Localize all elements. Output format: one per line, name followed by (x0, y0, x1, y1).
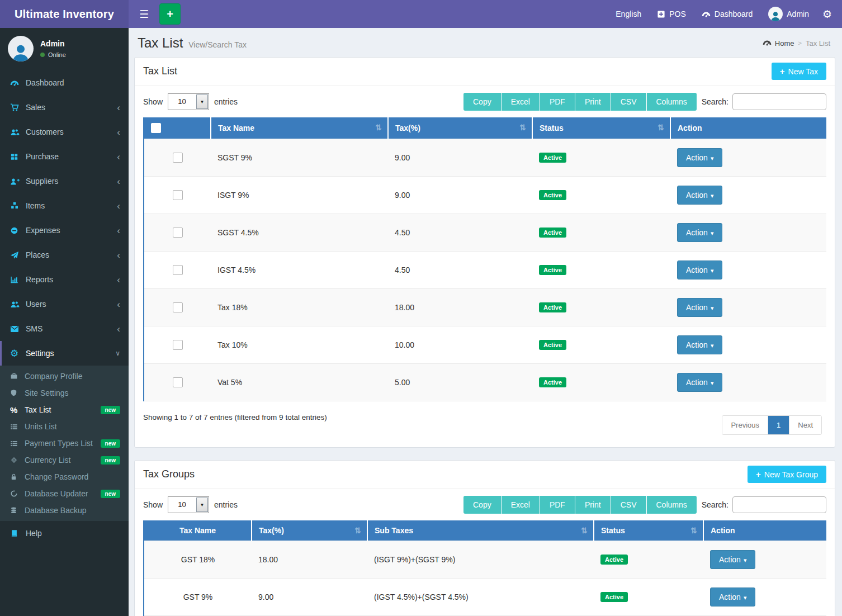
status-badge: Active (539, 377, 566, 387)
csv-button[interactable]: CSV (611, 496, 647, 514)
submenu-database-updater[interactable]: Database Updater new (0, 485, 129, 502)
action-dropdown-button[interactable]: Action▾ (677, 223, 722, 242)
row-checkbox[interactable] (173, 228, 183, 238)
row-checkbox[interactable] (173, 190, 183, 200)
action-dropdown-button[interactable]: Action▾ (677, 186, 722, 205)
submenu-tax-list[interactable]: % Tax List new (0, 401, 129, 418)
column-header-tax-name[interactable]: Tax Name⇅ (211, 117, 388, 139)
search-label: Search: (702, 97, 729, 106)
column-header-sub-taxes[interactable]: Sub Taxes⇅ (367, 520, 594, 541)
sidebar-item-help[interactable]: Help (0, 521, 129, 546)
new-badge: new (101, 456, 120, 465)
column-header-status[interactable]: Status⇅ (594, 520, 703, 541)
sidebar-item-purchase[interactable]: Purchase ‹ (0, 144, 129, 169)
row-checkbox[interactable] (173, 377, 183, 387)
previous-page-button[interactable]: Previous (722, 416, 768, 434)
sidebar-item-places[interactable]: Places ‹ (0, 243, 129, 267)
sidebar-menu-bottom: Help (0, 521, 129, 546)
column-header-tax-percent[interactable]: Tax(%)⇅ (388, 117, 532, 139)
next-page-button[interactable]: Next (789, 416, 821, 434)
dashboard-link[interactable]: Dashboard (694, 0, 761, 28)
column-header-status[interactable]: Status⇅ (532, 117, 670, 139)
sub-taxes: (IGST 4.5%)+(SGST 4.5%) (367, 579, 594, 616)
sidebar-item-reports[interactable]: Reports ‹ (0, 267, 129, 292)
submenu-site-settings[interactable]: Site Settings (0, 385, 129, 401)
page-length-select[interactable]: 10 ▼ (168, 496, 209, 513)
sidebar-item-expenses[interactable]: Expenses ‹ (0, 218, 129, 243)
column-header-tax-name[interactable]: Tax Name (144, 520, 252, 541)
tax-name: SGST 4.5% (211, 214, 388, 252)
excel-button[interactable]: Excel (502, 93, 540, 111)
column-header-action: Action (670, 117, 826, 139)
select-all-checkbox[interactable] (151, 123, 161, 133)
page-length-select[interactable]: 10 ▼ (168, 93, 209, 110)
status-badge: Active (600, 592, 628, 602)
row-checkbox[interactable] (173, 153, 183, 163)
action-dropdown-button[interactable]: Action▾ (677, 148, 722, 167)
new-tax-group-button[interactable]: + New Tax Group (748, 466, 826, 483)
sidebar-item-sms[interactable]: SMS ‹ (0, 316, 129, 341)
language-menu[interactable]: English (608, 0, 649, 28)
csv-button[interactable]: CSV (611, 93, 647, 111)
quick-add-button[interactable]: + (159, 3, 181, 25)
sidebar-item-sales[interactable]: Sales ‹ (0, 95, 129, 120)
columns-button[interactable]: Columns (647, 93, 697, 111)
row-checkbox[interactable] (173, 340, 183, 350)
page-1-button[interactable]: 1 (768, 416, 789, 434)
action-dropdown-button[interactable]: Action▾ (710, 550, 755, 569)
status-badge: Active (600, 555, 628, 565)
column-header-tax-percent[interactable]: Tax(%)⇅ (252, 520, 367, 541)
breadcrumb-home-link[interactable]: Home (763, 39, 794, 48)
search-input[interactable] (732, 93, 826, 110)
submenu-currency-list[interactable]: Currency List new (0, 452, 129, 468)
submenu-units-list[interactable]: Units List (0, 418, 129, 435)
sidebar-toggle-icon[interactable]: ☰ (129, 8, 159, 21)
sidebar-item-settings[interactable]: ⚙ Settings ∨ (0, 341, 129, 366)
row-checkbox[interactable] (173, 302, 183, 312)
action-dropdown-button[interactable]: Action▾ (677, 298, 722, 317)
search-input[interactable] (732, 496, 826, 513)
sidebar-item-customers[interactable]: Customers ‹ (0, 120, 129, 144)
show-label: Show (143, 500, 163, 509)
print-button[interactable]: Print (575, 93, 611, 111)
main-header: Ultimate Inventory ☰ + English POS Dashb… (0, 0, 842, 28)
submenu-payment-types-list[interactable]: Payment Types List new (0, 435, 129, 452)
tax-percent: 10.00 (388, 326, 532, 364)
sidebar-item-suppliers[interactable]: Suppliers ‹ (0, 169, 129, 193)
tax-percent: 18.00 (388, 289, 532, 326)
chevron-left-icon: ‹ (117, 300, 120, 309)
pdf-button[interactable]: PDF (540, 93, 575, 111)
submenu-database-backup[interactable]: Database Backup (0, 502, 129, 519)
sidebar-item-users[interactable]: Users ‹ (0, 292, 129, 316)
action-dropdown-button[interactable]: Action▾ (710, 587, 755, 606)
tax-name: ISGT 9% (211, 177, 388, 214)
tax-name: Tax 18% (211, 289, 388, 326)
pdf-button[interactable]: PDF (540, 496, 575, 514)
user-menu[interactable]: Admin (760, 0, 817, 28)
caret-down-icon: ▾ (711, 380, 714, 386)
copy-button[interactable]: Copy (463, 496, 502, 514)
columns-button[interactable]: Columns (647, 496, 697, 514)
table-row: Tax 10% 10.00 Active Action▾ (144, 326, 826, 364)
pos-link[interactable]: POS (649, 0, 694, 28)
action-dropdown-button[interactable]: Action▾ (677, 260, 722, 279)
settings-gears-icon[interactable]: ⚙ (817, 8, 842, 21)
excel-button[interactable]: Excel (502, 496, 540, 514)
print-button[interactable]: Print (575, 496, 611, 514)
tax-group-percent: 9.00 (252, 579, 367, 616)
circle-notch-icon (10, 490, 25, 497)
copy-button[interactable]: Copy (463, 93, 502, 111)
status-badge: Active (539, 190, 566, 200)
sidebar-item-dashboard[interactable]: Dashboard (0, 70, 129, 95)
submenu-change-password[interactable]: Change Password (0, 468, 129, 485)
sidebar-item-items[interactable]: Items ‹ (0, 193, 129, 218)
action-dropdown-button[interactable]: Action▾ (677, 373, 722, 392)
new-tax-button[interactable]: + New Tax (772, 63, 826, 80)
row-checkbox[interactable] (173, 265, 183, 275)
app-logo[interactable]: Ultimate Inventory (0, 0, 129, 28)
tax-group-name: GST 9% (144, 579, 252, 616)
caret-down-icon: ▾ (744, 557, 747, 563)
submenu-company-profile[interactable]: Company Profile (0, 368, 129, 385)
action-dropdown-button[interactable]: Action▾ (677, 335, 722, 354)
tax-name: IGST 4.5% (211, 252, 388, 289)
